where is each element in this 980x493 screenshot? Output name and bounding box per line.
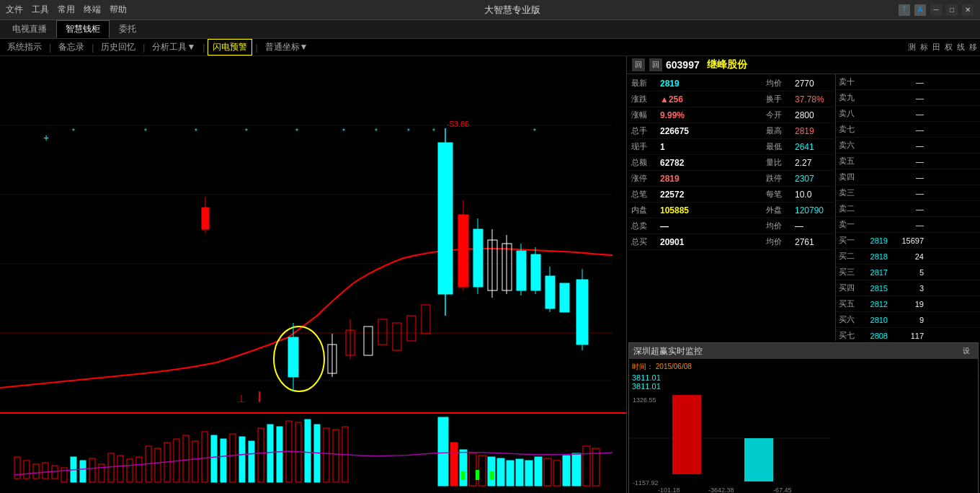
svg-rect-75 xyxy=(80,461,86,482)
menu-terminal[interactable]: 终端 xyxy=(84,4,101,16)
quote-row-8: 内盘 105885 外盘 120790 xyxy=(628,203,834,218)
price-label-top: -53.86 xyxy=(447,120,469,128)
candle-big-cyan xyxy=(438,143,453,294)
toolbar-history[interactable]: 历史回忆 xyxy=(97,40,140,55)
toolbar-right: 测 标 田 权 线 移 xyxy=(908,42,977,53)
toolbar: 系统指示 | 备忘录 | 历史回忆 | 分析工具▼ | 闪电预警 | 普通坐标▼… xyxy=(0,39,980,56)
right-panel: 回 回 603997 继峰股份 最新 2819 均价 2770 涨跌 ▲256 xyxy=(627,56,980,493)
close-button[interactable]: ✕ xyxy=(962,4,974,16)
svg-rect-70 xyxy=(33,464,39,479)
chart-area[interactable]: -53.86 * * * * * * * * * * + xyxy=(0,56,627,493)
svg-rect-65 xyxy=(422,305,430,334)
svg-rect-119 xyxy=(583,446,590,486)
toolbar-system[interactable]: 系统指示 xyxy=(3,40,46,55)
svg-rect-88 xyxy=(202,432,208,482)
svg-text:-3642.38: -3642.38 xyxy=(708,487,734,493)
menu-help[interactable]: 帮助 xyxy=(110,4,127,16)
window-controls[interactable]: T A ─ □ ✕ xyxy=(898,4,974,16)
svg-rect-62 xyxy=(378,319,387,345)
svg-rect-78 xyxy=(108,453,114,482)
quote-row-2: 涨幅 9.99% 今开 2800 xyxy=(628,107,834,123)
toolbar-alert[interactable]: 闪电预警 xyxy=(208,39,252,55)
buy-5: 买五 2812 19 xyxy=(836,296,980,312)
svg-text:*: * xyxy=(245,128,248,136)
toolbar-grid[interactable]: 田 xyxy=(932,42,940,53)
app-title: 大智慧专业版 xyxy=(127,4,898,17)
tab-tv[interactable]: 电视直播 xyxy=(3,20,56,38)
sell-6: 卖六 — xyxy=(836,138,980,154)
quote-left: 最新 2819 均价 2770 涨跌 ▲256 换手 37.78% 涨幅 9.9… xyxy=(627,74,836,341)
menu-bar[interactable]: 文件 工具 常用 终端 帮助 xyxy=(6,4,127,16)
menu-common[interactable]: 常用 xyxy=(58,4,75,16)
quote-row-4: 现手 1 最低 2641 xyxy=(628,139,834,155)
toolbar-coord[interactable]: 普通坐标▼ xyxy=(261,40,313,55)
svg-rect-95 xyxy=(267,425,273,482)
limit-down: 2307 xyxy=(795,174,831,184)
svg-rect-89 xyxy=(211,435,217,482)
stock-code: 603997 xyxy=(666,59,700,71)
toolbar-power[interactable]: 权 xyxy=(945,42,953,53)
minimize-button[interactable]: ─ xyxy=(930,4,942,16)
tab-wallet[interactable]: 智慧钱柜 xyxy=(56,20,110,38)
svg-text:*: * xyxy=(295,128,298,136)
maximize-button[interactable]: □ xyxy=(946,4,958,16)
icon-a: A xyxy=(914,4,926,16)
svg-rect-93 xyxy=(249,441,254,482)
sell-8: 卖八 — xyxy=(836,106,980,122)
menu-file[interactable]: 文件 xyxy=(6,4,23,16)
svg-text:*: * xyxy=(432,128,435,136)
monitor-setting[interactable]: 设 xyxy=(960,345,973,357)
toolbar-notes[interactable]: 备忘录 xyxy=(54,40,89,55)
svg-rect-79 xyxy=(117,456,123,482)
svg-text:-67.45: -67.45 xyxy=(773,487,792,493)
svg-rect-90 xyxy=(220,439,226,482)
buy-3: 买三 2817 5 xyxy=(836,265,980,280)
monitor-time-label: 时间： xyxy=(632,363,654,370)
total-sell: — xyxy=(660,221,703,231)
price-change: ▲256 xyxy=(660,94,703,105)
svg-rect-113 xyxy=(525,461,533,486)
stock-title-bar: 回 回 603997 继峰股份 xyxy=(627,56,980,74)
price-latest: 2819 xyxy=(660,79,703,89)
per-trade: 10.0 xyxy=(795,190,831,200)
toolbar-analysis[interactable]: 分析工具▼ xyxy=(148,40,200,55)
menu-tools[interactable]: 工具 xyxy=(32,4,49,16)
icon-back1[interactable]: 回 xyxy=(632,58,645,71)
svg-rect-94 xyxy=(258,428,264,482)
toolbar-measure[interactable]: 测 xyxy=(908,42,916,53)
total-trades: 22572 xyxy=(660,190,703,200)
candlestick-svg: -53.86 * * * * * * * * * * + xyxy=(0,56,612,402)
icon-back2[interactable]: 回 xyxy=(649,58,662,71)
turnover: 37.78% xyxy=(795,94,831,105)
svg-rect-83 xyxy=(155,448,161,482)
svg-rect-114 xyxy=(535,457,542,486)
toolbar-mark[interactable]: 标 xyxy=(920,42,928,53)
svg-rect-91 xyxy=(230,434,236,482)
buy-7: 买七 2808 117 xyxy=(836,328,980,344)
inner-vol: 105885 xyxy=(660,205,703,216)
svg-rect-115 xyxy=(544,458,551,486)
sell-4: 卖四 — xyxy=(836,169,980,185)
toolbar-line[interactable]: 线 xyxy=(957,42,965,53)
high-price: 2819 xyxy=(795,126,831,136)
open-price: 2800 xyxy=(795,110,831,120)
volume-chart[interactable] xyxy=(0,414,626,493)
buy-4: 买四 2815 3 xyxy=(836,280,980,296)
change-pct: 9.99% xyxy=(660,110,703,120)
quote-row-9: 总卖 — 均价 — xyxy=(628,218,834,234)
total-buy: 20901 xyxy=(660,237,703,247)
sell-7: 卖七 — xyxy=(836,122,980,138)
order-book: 卖十 — 卖九 — 卖八 — 卖七 — xyxy=(836,74,980,341)
quote-row-1: 涨跌 ▲256 换手 37.78% xyxy=(628,92,834,107)
monitor-bar-red xyxy=(672,395,701,474)
svg-rect-81 xyxy=(136,457,142,482)
tab-order[interactable]: 委托 xyxy=(110,20,146,38)
svg-text:+: + xyxy=(43,132,49,143)
main-chart[interactable]: -53.86 * * * * * * * * * * + xyxy=(0,56,626,414)
monitor-body: 时间： 2015/06/08 3811.01 3811.01 xyxy=(629,359,978,493)
toolbar-move[interactable]: 移 xyxy=(969,42,977,53)
limit-up: 2819 xyxy=(660,174,703,184)
quote-panel: 最新 2819 均价 2770 涨跌 ▲256 换手 37.78% 涨幅 9.9… xyxy=(627,74,980,341)
svg-rect-71 xyxy=(43,463,48,479)
monitor-chart[interactable]: 时间： 2015/06/08 3811.01 3811.01 xyxy=(629,359,978,493)
